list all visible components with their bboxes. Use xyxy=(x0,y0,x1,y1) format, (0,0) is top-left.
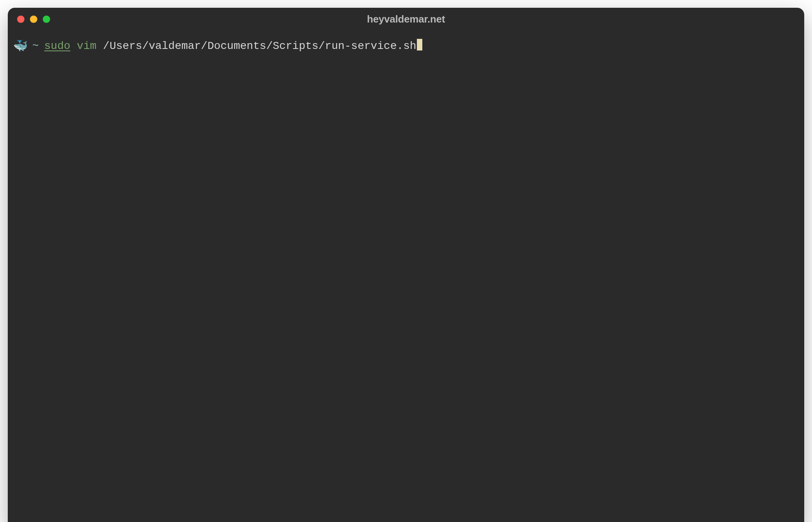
window-title: heyvaldemar.net xyxy=(367,13,445,25)
cursor xyxy=(417,39,422,50)
terminal-window: heyvaldemar.net 🐳 ~ sudo vim /Users/vald… xyxy=(8,8,804,522)
command-path: /Users/valdemar/Documents/Scripts/run-se… xyxy=(103,38,416,54)
titlebar[interactable]: heyvaldemar.net xyxy=(8,8,804,30)
command-editor: vim xyxy=(77,38,96,54)
minimize-button[interactable] xyxy=(30,16,37,23)
maximize-button[interactable] xyxy=(43,16,50,23)
terminal-body[interactable]: 🐳 ~ sudo vim /Users/valdemar/Documents/S… xyxy=(8,30,804,522)
space xyxy=(96,38,103,54)
close-button[interactable] xyxy=(17,16,24,23)
prompt-symbol: ~ xyxy=(32,38,39,54)
space xyxy=(70,38,77,54)
traffic-lights xyxy=(17,16,50,23)
command-sudo: sudo xyxy=(44,38,70,54)
command-line[interactable]: 🐳 ~ sudo vim /Users/valdemar/Documents/S… xyxy=(13,37,799,54)
whale-icon: 🐳 xyxy=(13,38,28,55)
